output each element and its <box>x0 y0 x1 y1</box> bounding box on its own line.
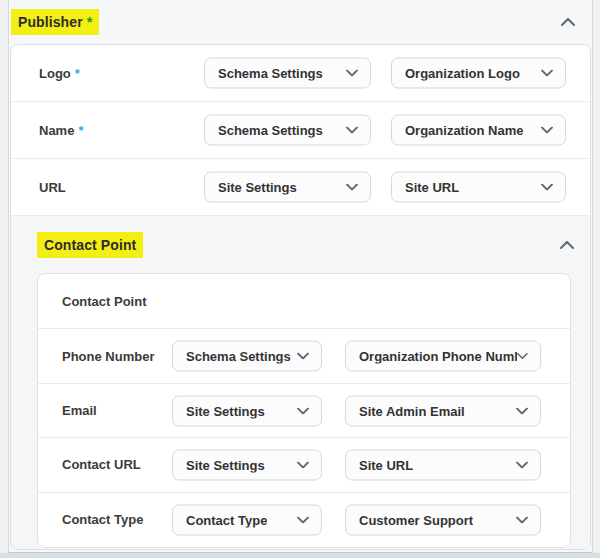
chevron-down-icon <box>346 70 358 77</box>
required-asterisk: * <box>87 14 93 30</box>
chevron-down-icon <box>346 127 358 134</box>
contact-point-box-label: Contact Point <box>62 294 147 309</box>
field-row-phone-number: Phone Number Schema Settings Organizatio… <box>38 329 570 383</box>
contact-point-box-label-row: Contact Point <box>38 274 570 329</box>
contact-type-field-label: Contact Type <box>62 512 143 527</box>
collapse-contact-point-button[interactable] <box>560 241 574 249</box>
contact-type-source-select[interactable]: Contact Type <box>172 504 322 535</box>
chevron-up-icon <box>560 241 574 249</box>
contact-point-header[interactable]: Contact Point <box>11 216 590 273</box>
publisher-section-header[interactable]: Publisher* <box>9 0 592 44</box>
contact-url-source-select[interactable]: Site Settings <box>172 449 322 480</box>
url-source-select[interactable]: Site Settings <box>204 172 371 203</box>
chevron-down-icon <box>297 516 309 523</box>
chevron-down-icon <box>297 461 309 468</box>
email-field-label: Email <box>62 403 97 418</box>
publisher-section-title: Publisher* <box>11 9 99 35</box>
phone-number-field-label: Phone Number <box>62 349 154 364</box>
chevron-down-icon <box>516 407 528 414</box>
contact-url-field-label: Contact URL <box>62 457 141 472</box>
chevron-down-icon <box>541 70 553 77</box>
email-value-select[interactable]: Site Admin Email <box>345 395 541 426</box>
contact-point-title: Contact Point <box>37 232 143 258</box>
chevron-down-icon <box>516 516 528 523</box>
collapse-publisher-button[interactable] <box>561 18 575 26</box>
field-row-contact-url: Contact URL Site Settings Site URL <box>38 438 570 492</box>
field-row-name: Name* Schema Settings Organization Name <box>11 102 590 159</box>
chevron-down-icon <box>297 353 309 360</box>
logo-source-select[interactable]: Schema Settings <box>204 58 371 89</box>
phone-number-source-select[interactable]: Schema Settings <box>172 341 322 372</box>
name-source-select[interactable]: Schema Settings <box>204 115 371 146</box>
phone-number-value-select[interactable]: Organization Phone Number <box>345 341 541 372</box>
chevron-down-icon <box>516 461 528 468</box>
contact-point-box: Contact Point Phone Number Schema Settin… <box>37 273 571 548</box>
chevron-down-icon <box>541 127 553 134</box>
publisher-panel: Publisher* Logo* Schema Settings Organiz… <box>8 0 593 553</box>
chevron-down-icon <box>541 184 553 191</box>
chevron-down-icon <box>297 407 309 414</box>
chevron-down-icon <box>517 353 528 360</box>
contact-url-value-select[interactable]: Site URL <box>345 449 541 480</box>
url-field-label: URL <box>39 180 66 195</box>
field-row-contact-type: Contact Type Contact Type Customer Suppo… <box>38 493 570 547</box>
contact-type-value-select[interactable]: Customer Support <box>345 504 541 535</box>
name-field-label: Name* <box>39 123 83 138</box>
name-value-select[interactable]: Organization Name <box>391 115 566 146</box>
required-asterisk: * <box>78 123 83 138</box>
field-row-url: URL Site Settings Site URL <box>11 159 590 216</box>
chevron-down-icon <box>346 184 358 191</box>
publisher-content-box: Logo* Schema Settings Organization Logo … <box>10 44 591 550</box>
field-row-email: Email Site Settings Site Admin Email <box>38 384 570 438</box>
email-source-select[interactable]: Site Settings <box>172 395 322 426</box>
required-asterisk: * <box>75 66 80 81</box>
logo-field-label: Logo* <box>39 66 80 81</box>
url-value-select[interactable]: Site URL <box>391 172 566 203</box>
contact-point-section: Contact Point Contact Point Phone Number… <box>11 216 590 549</box>
page-bottom-edge <box>0 553 600 558</box>
publisher-title-text: Publisher <box>18 14 83 30</box>
chevron-up-icon <box>561 18 575 26</box>
logo-value-select[interactable]: Organization Logo <box>391 58 566 89</box>
field-row-logo: Logo* Schema Settings Organization Logo <box>11 45 590 102</box>
